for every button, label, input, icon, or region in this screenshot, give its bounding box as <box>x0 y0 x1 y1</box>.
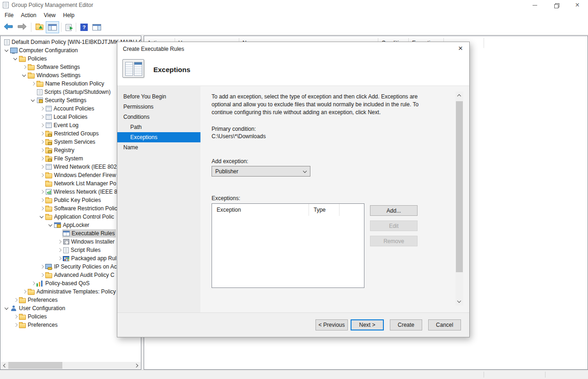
close-button[interactable]: × <box>567 0 588 10</box>
toolbar-separator <box>61 23 61 32</box>
wizard-step-name[interactable]: Name <box>117 142 200 153</box>
forward-button[interactable] <box>15 21 29 33</box>
edit-button: Edit <box>370 220 418 231</box>
collapse-icon[interactable] <box>21 71 27 79</box>
toolbar: ? <box>0 20 588 35</box>
scroll-up-icon[interactable] <box>455 92 463 99</box>
scrollbar-thumb[interactable] <box>8 362 62 369</box>
expand-icon[interactable] <box>39 138 45 146</box>
tree-item-label: Executable Rules <box>72 230 115 237</box>
expand-icon[interactable] <box>39 204 45 213</box>
tree-item-label: Scripts (Startup/Shutdown) <box>44 89 110 95</box>
menu-action[interactable]: Action <box>17 11 40 19</box>
tree-item-content: Public Key Policies <box>45 196 102 204</box>
show-action-pane-button[interactable] <box>90 21 103 33</box>
back-button[interactable] <box>1 21 15 33</box>
collapse-icon[interactable] <box>30 96 36 104</box>
statusbar-divider <box>545 372 546 378</box>
expand-icon[interactable] <box>21 63 27 71</box>
expand-icon[interactable] <box>12 312 18 321</box>
wizard-step-permissions[interactable]: Permissions <box>117 102 200 112</box>
wizard-step-conditions[interactable]: Conditions <box>117 112 200 122</box>
collapse-icon[interactable] <box>12 55 18 63</box>
scroll-down-icon[interactable] <box>455 298 463 306</box>
previous-button[interactable]: < Previous <box>315 319 348 330</box>
menu-file[interactable]: File <box>1 11 17 19</box>
tree-item-content: Registry <box>45 146 76 154</box>
expand-icon[interactable] <box>12 296 18 304</box>
cancel-button[interactable]: Cancel <box>428 319 461 330</box>
expand-icon[interactable] <box>39 129 45 138</box>
expand-icon[interactable] <box>12 321 18 329</box>
tree-item-label: Advanced Audit Policy C <box>54 272 115 278</box>
script-icon <box>63 247 69 253</box>
user-icon <box>10 306 17 312</box>
expand-icon[interactable] <box>39 263 45 271</box>
folder-lock-icon <box>45 140 52 145</box>
tree-item-content: Windows Defender Firew <box>45 171 117 179</box>
expand-icon[interactable] <box>30 279 36 287</box>
gpo-icon <box>4 39 10 45</box>
wizard-step-before-you-begin[interactable]: Before You Begin <box>117 92 200 102</box>
tree-item-label: Registry <box>54 147 74 153</box>
expand-icon[interactable] <box>39 104 45 113</box>
exceptions-column-exception[interactable]: Exception <box>212 204 309 216</box>
scroll-right-icon[interactable] <box>133 362 140 369</box>
restore-icon <box>554 3 558 7</box>
computer-icon <box>10 48 17 54</box>
content-scrollbar[interactable] <box>455 92 463 306</box>
tree-item-content: Local Policies <box>45 113 89 121</box>
expand-icon[interactable] <box>39 146 45 154</box>
export-list-button[interactable] <box>63 21 74 33</box>
expand-icon[interactable] <box>39 171 45 179</box>
expand-icon[interactable] <box>30 79 36 88</box>
add-button[interactable]: Add... <box>370 205 418 216</box>
dialog-close-icon[interactable]: × <box>458 44 463 53</box>
show-console-tree-button[interactable] <box>46 21 59 33</box>
collapse-icon[interactable] <box>4 304 10 312</box>
folder-icon <box>28 73 35 79</box>
collapse-icon[interactable] <box>39 213 45 221</box>
minimize-button[interactable] <box>524 0 546 10</box>
exception-type-dropdown[interactable]: Publisher <box>212 166 310 177</box>
folder-icon <box>45 182 52 187</box>
exceptions-list[interactable]: ExceptionType <box>212 203 364 288</box>
wizard-step-path[interactable]: Path <box>117 122 200 132</box>
tree-item-label: IP Security Policies on Ac <box>54 263 117 270</box>
expand-icon[interactable] <box>39 271 45 279</box>
expand-icon[interactable] <box>21 287 27 296</box>
next-button[interactable]: Next > <box>351 319 384 330</box>
scroll-left-icon[interactable] <box>1 362 8 369</box>
expand-icon[interactable] <box>56 238 62 246</box>
collapse-icon[interactable] <box>48 221 54 229</box>
tree-item-content: Policy-based QoS <box>36 279 91 287</box>
help-button[interactable]: ? <box>78 21 90 33</box>
wizard-step-exceptions[interactable]: Exceptions <box>117 132 200 142</box>
tree-item-label: Computer Configuration <box>19 47 78 54</box>
exceptions-column-type[interactable]: Type <box>309 204 339 216</box>
expand-icon[interactable] <box>39 163 45 171</box>
tree-item-content: Script Rules <box>62 246 102 254</box>
folder-icon <box>45 273 52 278</box>
expand-icon[interactable] <box>56 254 62 263</box>
dialog-footer: < Previous Next > Create Cancel <box>117 312 469 337</box>
expand-icon[interactable] <box>39 121 45 129</box>
tree-horizontal-scrollbar[interactable] <box>1 362 140 369</box>
expand-icon[interactable] <box>39 154 45 163</box>
tree-item-label: Preferences <box>28 297 58 303</box>
expand-icon[interactable] <box>56 246 62 254</box>
scrollbar-thumb[interactable] <box>456 101 463 272</box>
create-button[interactable]: Create <box>390 319 422 330</box>
menu-view[interactable]: View <box>40 11 60 19</box>
expand-icon[interactable] <box>39 188 45 196</box>
up-one-level-button[interactable] <box>33 21 46 33</box>
show-action-pane-icon <box>92 24 101 31</box>
expand-icon[interactable] <box>39 196 45 204</box>
menu-help[interactable]: Help <box>60 11 79 19</box>
expand-icon[interactable] <box>39 113 45 121</box>
restore-button[interactable] <box>546 0 567 10</box>
wizard-page-heading: Exceptions <box>153 66 190 73</box>
tree-item-label: Local Policies <box>54 114 87 120</box>
folder-icon <box>45 198 52 203</box>
collapse-icon[interactable] <box>4 46 10 55</box>
